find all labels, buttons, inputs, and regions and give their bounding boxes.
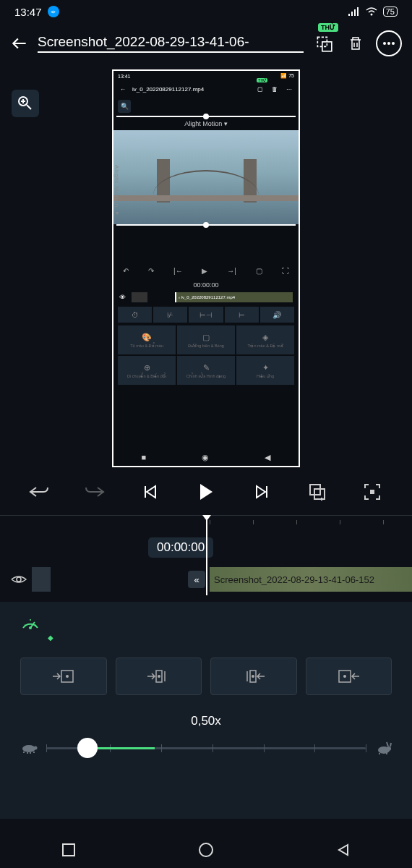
filename-field[interactable]: Screenshot_2022-08-29-13-41-06- [38,34,304,53]
signal-icon [348,7,360,16]
redo-button[interactable] [82,479,108,505]
home-button[interactable] [198,842,214,858]
svg-rect-0 [348,14,350,16]
inner-nav: ■◉◀ [113,448,299,466]
recent-apps-button[interactable] [61,842,77,858]
video-thumbnail [113,130,299,224]
visibility-toggle[interactable] [10,574,27,585]
play-button[interactable] [193,479,219,505]
inner-timestamp: 00:00:00 [113,279,299,291]
inner-status-bar: 13:41 📶 75 [113,71,299,81]
svg-point-23 [343,675,346,678]
status-time: 13:47 [14,6,42,18]
app-indicator-icon [48,6,59,17]
svg-rect-28 [63,844,74,856]
inner-zoom-icon: 🔍 [118,100,131,113]
svg-rect-2 [354,9,356,16]
crop-button[interactable]: THỬ [312,32,335,55]
inner-tools: ⏱ ⊬ ⊢⊣ ⊢ 🔊 [113,304,299,326]
skip-start-button[interactable] [137,479,163,505]
speed-slider[interactable] [46,747,366,749]
speed-icon [20,615,392,631]
more-button[interactable] [376,30,402,56]
trim-in-button[interactable] [20,658,107,695]
watermark: Alight Motion ▾ [113,165,120,217]
svg-point-29 [199,843,213,856]
split-right-button[interactable] [210,658,297,695]
svg-point-4 [370,14,372,16]
inner-track: 👁 ‹ lv_0_20220829112127.mp4 [113,291,299,304]
svg-rect-13 [370,490,374,494]
speed-marker: ◆ [48,634,392,642]
playback-controls [0,469,412,515]
turtle-icon [20,742,38,754]
split-left-button[interactable] [116,658,202,695]
inner-panels: 🎨Tô màu & Đổ màu ▢Đường biên & Bóng ◈Trộ… [113,326,299,385]
svg-rect-6 [322,42,332,51]
skip-end-button[interactable] [249,479,275,505]
inner-playback-controls: ↶↷|←▶→|▢⛶ [113,262,299,279]
thu-badge: THỬ [318,23,338,32]
layers-button[interactable] [304,479,330,505]
slider-thumb[interactable] [77,738,98,758]
preview-frame[interactable]: 13:41 📶 75 ← lv_0_20220829112127.mp4 ▢ 🗑… [112,69,300,467]
timeline-clip[interactable]: Screenshot_2022-08-29-13-41-06-152 [210,567,412,592]
svg-point-21 [252,675,254,678]
back-button[interactable] [10,34,29,53]
zoom-button[interactable] [12,90,39,117]
svg-point-27 [387,746,391,751]
svg-rect-3 [357,7,359,16]
svg-rect-1 [351,12,353,16]
undo-button[interactable] [26,479,52,505]
svg-point-9 [392,42,395,45]
scroll-back-button[interactable]: « [188,571,205,588]
svg-point-14 [17,577,21,582]
svg-point-25 [34,746,38,750]
timeline[interactable]: 00:00:00 « Screenshot_2022-08-29-13-41-0… [0,515,412,595]
speed-panel: ◆ 0,50x [0,602,412,819]
system-nav-bar [0,832,412,868]
inner-toolbar: ← lv_0_20220829112127.mp4 ▢ 🗑 ⋯ [113,81,299,97]
status-bar: 13:47 75 [0,0,412,23]
rabbit-icon [374,741,392,754]
wifi-icon [366,7,377,16]
svg-point-19 [158,675,160,678]
svg-point-24 [22,745,35,752]
trim-out-button[interactable] [306,658,392,695]
delete-button[interactable] [344,32,367,55]
current-timestamp: 00:00:00 [148,537,213,558]
top-toolbar: Screenshot_2022-08-29-13-41-06- THỬ [0,23,412,64]
svg-point-7 [383,42,386,45]
svg-point-8 [387,42,390,45]
svg-point-17 [66,675,69,678]
speed-value: 0,50x [20,714,392,728]
preview-area: 13:41 📶 75 ← lv_0_20220829112127.mp4 ▢ 🗑… [0,64,412,469]
back-nav-button[interactable] [335,842,351,858]
battery-icon: 75 [383,7,398,17]
track-thumbnail[interactable] [32,567,51,592]
fullscreen-button[interactable] [359,479,385,505]
